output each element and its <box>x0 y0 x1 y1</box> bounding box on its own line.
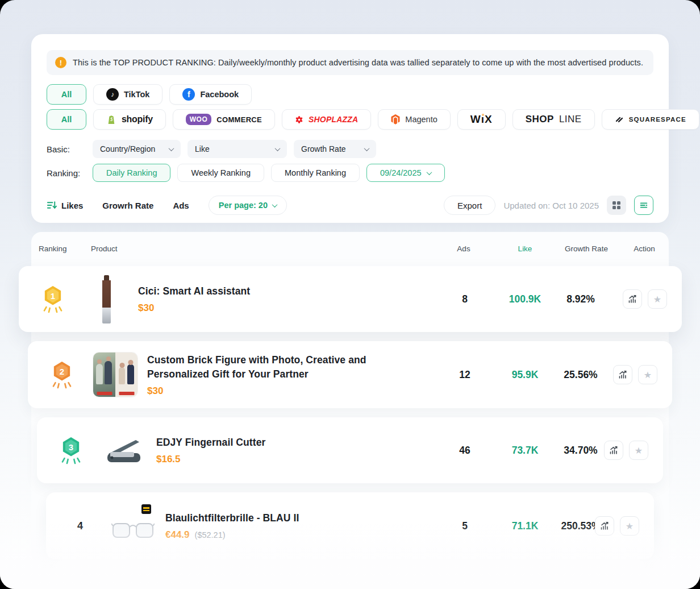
rank-cell: 1 <box>35 284 71 314</box>
brand-tag <box>141 504 151 514</box>
warning-icon: ! <box>55 57 66 68</box>
product-title: Blaulichtfilterbrille - BLAU II <box>165 511 299 525</box>
growth-rate-value: 8.92% <box>566 293 595 305</box>
rank-number: 2 <box>60 367 64 376</box>
star-icon <box>635 445 643 456</box>
product-title: EDJY Fingernail Cutter <box>156 435 265 450</box>
ads-value: 12 <box>459 369 470 381</box>
info-banner: ! This is the TOP PRODUCT RANKING: Daily… <box>47 50 653 75</box>
product-ranking-page: ! This is the TOP PRODUCT RANKING: Daily… <box>0 0 700 589</box>
tiktok-label: TikTok <box>124 90 149 99</box>
filter-panel: ! This is the TOP PRODUCT RANKING: Daily… <box>31 34 669 223</box>
gold-medal-icon: 1 <box>40 284 66 314</box>
product-image <box>93 349 138 401</box>
ranking-filter-row: Ranking: Daily Ranking Weekly Ranking Mo… <box>47 164 653 182</box>
table-row[interactable]: 1 Cici: Smart AI assistant $30 8 100.9K … <box>19 266 682 332</box>
tab-monthly-ranking[interactable]: Monthly Ranking <box>271 164 360 182</box>
list-view-button[interactable] <box>634 196 653 215</box>
chevron-down-icon <box>272 202 278 208</box>
banner-text: This is the TOP PRODUCT RANKING: Daily/w… <box>73 58 643 67</box>
table-row[interactable]: 3 EDJY Fingernail Cutter $16.5 46 73.7K … <box>37 417 663 483</box>
grid-view-button[interactable] <box>607 196 626 215</box>
sort-likes-button[interactable]: Likes <box>47 201 83 210</box>
platform-tiktok-button[interactable]: TikTok <box>93 84 163 105</box>
header-action: Action <box>634 232 655 265</box>
date-value: 09/24/2025 <box>380 168 422 177</box>
store-shoplazza-button[interactable]: SHOPLAZZA <box>282 109 371 130</box>
favorite-button[interactable] <box>638 365 657 384</box>
like-select[interactable]: Like <box>188 140 287 158</box>
tiktok-icon <box>106 88 119 101</box>
analytics-button[interactable] <box>623 289 642 309</box>
chart-icon <box>618 370 628 380</box>
product-info: Blaulichtfilterbrille - BLAU II €44.9 ($… <box>165 511 299 541</box>
per-page-select[interactable]: Per page: 20 <box>209 196 287 215</box>
store-magento-button[interactable]: Magento <box>378 109 450 130</box>
tab-weekly-ranking[interactable]: Weekly Ranking <box>177 164 264 182</box>
sort-ads-button[interactable]: Ads <box>173 201 189 210</box>
rank-number: 4 <box>77 520 83 532</box>
like-value: Like <box>195 144 210 154</box>
favorite-button[interactable] <box>620 516 639 536</box>
silver-medal-icon: 2 <box>49 360 75 389</box>
platform-filter-row: All TikTok Facebook <box>47 84 653 105</box>
store-all-button[interactable]: All <box>47 109 86 130</box>
header-ranking: Ranking <box>39 232 67 265</box>
sort-growth-rate-button[interactable]: Growrh Rate <box>102 201 153 210</box>
analytics-button[interactable] <box>613 365 632 384</box>
chevron-down-icon <box>169 146 174 151</box>
like-value: 71.1K <box>512 520 539 532</box>
rank-cell: 3 <box>53 435 89 465</box>
growth-rate-select[interactable]: Growth Rate <box>294 140 376 158</box>
export-button[interactable]: Export <box>444 196 495 215</box>
platform-facebook-button[interactable]: Facebook <box>169 84 252 105</box>
date-picker[interactable]: 09/24/2025 <box>366 164 445 182</box>
analytics-button[interactable] <box>595 516 614 536</box>
header-ads[interactable]: Ads <box>457 232 470 265</box>
basic-filter-row: Basic: Country/Region Like Growth Rate <box>47 140 653 158</box>
product-price: €44.9 <box>165 529 190 541</box>
chevron-down-icon <box>426 169 432 175</box>
platform-all-button[interactable]: All <box>47 84 86 105</box>
store-squarespace-button[interactable]: SQUARESPACE <box>602 109 699 130</box>
basic-label: Basic: <box>47 144 93 154</box>
updated-timestamp: Updated on: Oct 10 2025 <box>503 201 599 210</box>
product-image <box>84 273 129 325</box>
growth-rate-value: 25.56% <box>564 369 597 381</box>
ads-value: 5 <box>462 520 468 532</box>
product-info: EDJY Fingernail Cutter $16.5 <box>156 435 265 465</box>
converted-price: ($52.21) <box>195 530 226 540</box>
rank-number: 1 <box>51 291 55 301</box>
grid-icon <box>612 201 621 210</box>
country-region-select[interactable]: Country/Region <box>93 140 181 158</box>
star-icon <box>653 294 661 305</box>
header-like[interactable]: Like <box>518 232 532 265</box>
shopify-icon <box>106 114 116 125</box>
table-row[interactable]: 4 Blaulichtfilterbrille - BLAU II €44.9 … <box>46 492 654 559</box>
magento-label: Magento <box>405 115 437 124</box>
sort-descending-icon <box>47 201 57 210</box>
analytics-button[interactable] <box>604 441 623 460</box>
product-price: $30 <box>138 302 154 314</box>
sort-likes-label: Likes <box>61 201 83 210</box>
rank-cell: 4 <box>62 520 98 532</box>
favorite-button[interactable] <box>648 289 667 309</box>
store-woocommerce-button[interactable]: WOO COMMERCE <box>173 109 275 130</box>
tab-daily-ranking[interactable]: Daily Ranking <box>93 164 170 182</box>
favorite-button[interactable] <box>629 441 648 460</box>
growth-rate-value: 34.70% <box>564 445 597 457</box>
table-row[interactable]: 2 Custom Brick Figure with Photo, Creati… <box>28 341 672 408</box>
store-wix-button[interactable]: WıX <box>457 109 506 130</box>
woocommerce-label: COMMERCE <box>216 115 262 124</box>
row-actions <box>613 365 657 384</box>
shopline-label-bold: SHOP <box>526 114 554 125</box>
ranking-label: Ranking: <box>47 168 93 178</box>
header-growth-rate[interactable]: Growth Rate <box>565 232 608 265</box>
store-shopify-button[interactable]: shopify <box>93 109 166 130</box>
star-icon <box>644 370 652 380</box>
squarespace-label: SQUARESPACE <box>629 116 686 123</box>
product-image <box>111 500 156 552</box>
wix-label: WıX <box>470 113 493 126</box>
product-title: Cici: Smart AI assistant <box>138 284 250 298</box>
store-shopline-button[interactable]: SHOPLINE <box>512 109 595 130</box>
